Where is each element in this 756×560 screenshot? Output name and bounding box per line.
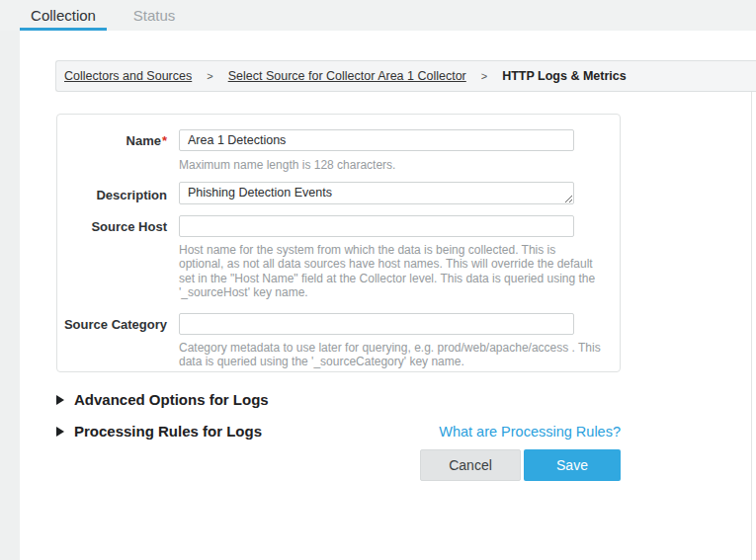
- processing-rules-label: Processing Rules for Logs: [74, 423, 262, 440]
- breadcrumb-current-page: HTTP Logs & Metrics: [502, 69, 626, 83]
- breadcrumb-link-select-source[interactable]: Select Source for Collector Area 1 Colle…: [228, 69, 466, 83]
- source-category-help-text: Category metadata to use later for query…: [179, 341, 601, 369]
- source-host-field-row: Source Host: [57, 215, 620, 237]
- advanced-options-label: Advanced Options for Logs: [74, 391, 269, 408]
- processing-rules-section-toggle[interactable]: Processing Rules for Logs: [56, 423, 262, 440]
- tab-bar: [0, 0, 756, 31]
- source-host-label: Source Host: [57, 219, 167, 234]
- breadcrumb-link-collectors-and-sources[interactable]: Collectors and Sources: [64, 69, 192, 83]
- tab-collection[interactable]: Collection: [20, 0, 107, 31]
- name-input[interactable]: [179, 129, 574, 151]
- source-host-input[interactable]: [179, 215, 574, 237]
- caret-right-icon: [56, 427, 64, 437]
- caret-right-icon: [56, 395, 64, 405]
- source-config-page: Collection Status Collectors and Sources…: [0, 0, 756, 560]
- what-are-processing-rules-link[interactable]: What are Processing Rules?: [439, 424, 621, 440]
- description-field-row: Description Phishing Detection Events: [57, 182, 620, 208]
- advanced-options-section-toggle[interactable]: Advanced Options for Logs: [56, 391, 269, 408]
- name-field-row: Name*: [57, 129, 620, 151]
- source-host-help-text: Host name for the system from which the …: [179, 243, 595, 299]
- panel-right-border: [751, 92, 752, 560]
- left-gutter: [0, 31, 20, 560]
- breadcrumb-separator: >: [207, 70, 212, 82]
- name-label: Name*: [57, 133, 167, 148]
- active-tab-underline: [20, 28, 107, 31]
- required-asterisk: *: [162, 133, 167, 148]
- source-category-field-row: Source Category: [57, 313, 620, 335]
- source-form-card: Name* Maximum name length is 128 charact…: [56, 114, 621, 372]
- cancel-button[interactable]: Cancel: [420, 449, 521, 481]
- save-button[interactable]: Save: [524, 449, 621, 481]
- breadcrumb: Collectors and Sources > Select Source f…: [55, 60, 756, 92]
- name-help-text: Maximum name length is 128 characters.: [179, 158, 395, 172]
- breadcrumb-separator: >: [481, 70, 487, 82]
- source-category-label: Source Category: [57, 317, 167, 332]
- tab-status[interactable]: Status: [121, 0, 188, 31]
- description-label: Description: [57, 188, 167, 202]
- tab-collection-label: Collection: [31, 7, 96, 24]
- description-textarea[interactable]: Phishing Detection Events: [179, 182, 574, 204]
- tab-status-label: Status: [133, 7, 176, 24]
- source-category-input[interactable]: [179, 313, 574, 335]
